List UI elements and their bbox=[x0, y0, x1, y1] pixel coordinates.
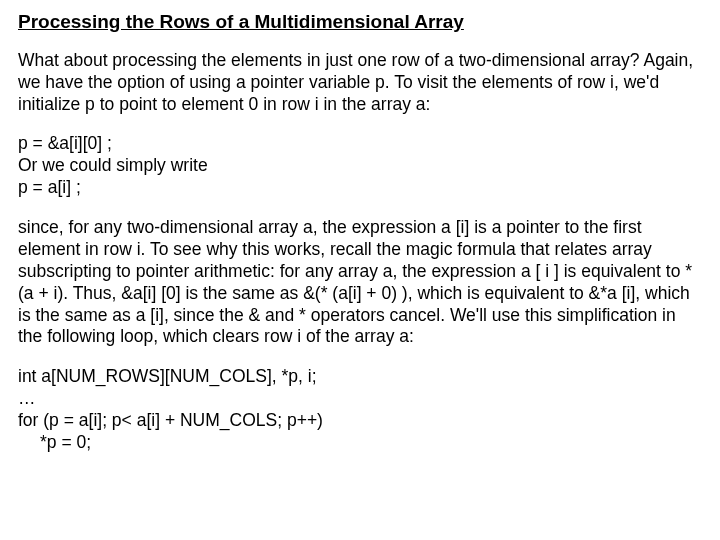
code-line: Or we could simply write bbox=[18, 155, 702, 177]
slide-page: Processing the Rows of a Multidimensiona… bbox=[0, 0, 720, 540]
explanation-paragraph: since, for any two-dimensional array a, … bbox=[18, 217, 702, 348]
code-line: *p = 0; bbox=[18, 432, 702, 454]
code-line: p = a[i] ; bbox=[18, 177, 702, 199]
code-line: int a[NUM_ROWS][NUM_COLS], *p, i; bbox=[18, 366, 702, 388]
intro-paragraph: What about processing the elements in ju… bbox=[18, 50, 702, 116]
code-line: for (p = a[i]; p< a[i] + NUM_COLS; p++) bbox=[18, 410, 702, 432]
code-line: … bbox=[18, 388, 702, 410]
code-block-2: int a[NUM_ROWS][NUM_COLS], *p, i; … for … bbox=[18, 366, 702, 454]
page-title: Processing the Rows of a Multidimensiona… bbox=[18, 10, 702, 34]
code-block-1: p = &a[i][0] ; Or we could simply write … bbox=[18, 133, 702, 199]
code-line: p = &a[i][0] ; bbox=[18, 133, 702, 155]
